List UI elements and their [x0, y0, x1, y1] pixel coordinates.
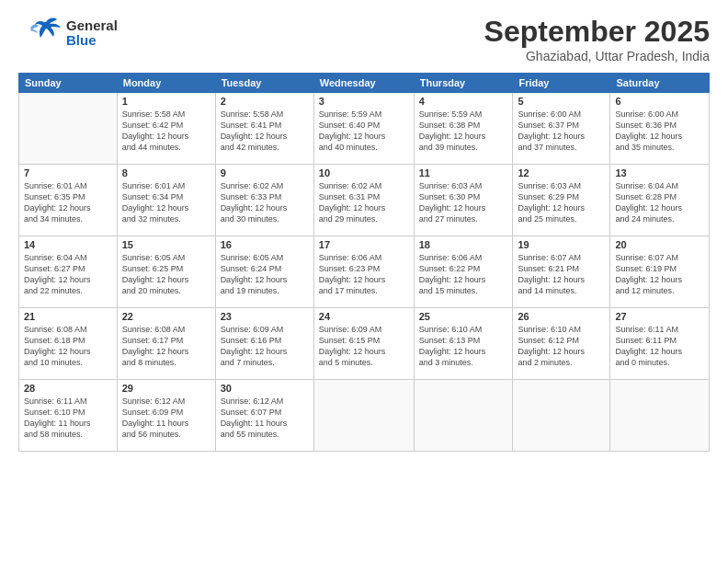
- day-detail: Sunrise: 6:12 AMSunset: 6:09 PMDaylight:…: [122, 396, 210, 441]
- month-title: September 2025: [484, 15, 710, 49]
- day-detail: Sunrise: 6:06 AMSunset: 6:22 PMDaylight:…: [419, 252, 508, 297]
- day-number: 26: [518, 311, 605, 322]
- col-monday: Monday: [117, 74, 215, 93]
- daylight-text: Daylight: 12 hours: [615, 346, 704, 357]
- sunrise-text: Sunrise: 6:00 AM: [518, 109, 605, 120]
- sunrise-text: Sunrise: 6:05 AM: [122, 252, 210, 263]
- day-number: 1: [122, 96, 210, 107]
- daylight-minutes-text: and 39 minutes.: [419, 142, 508, 153]
- calendar-day-cell: 4Sunrise: 5:59 AMSunset: 6:38 PMDaylight…: [414, 93, 513, 165]
- calendar-week-row: 28Sunrise: 6:11 AMSunset: 6:10 PMDayligh…: [19, 380, 710, 452]
- day-detail: Sunrise: 5:59 AMSunset: 6:40 PMDaylight:…: [319, 109, 409, 154]
- calendar-day-cell: 26Sunrise: 6:10 AMSunset: 6:12 PMDayligh…: [513, 308, 610, 380]
- sunset-text: Sunset: 6:34 PM: [122, 191, 210, 202]
- sunrise-text: Sunrise: 5:58 AM: [221, 109, 309, 120]
- day-detail: Sunrise: 5:58 AMSunset: 6:42 PMDaylight:…: [122, 109, 210, 154]
- daylight-minutes-text: and 58 minutes.: [24, 429, 112, 440]
- day-number: 15: [122, 239, 210, 250]
- calendar-day-cell: 20Sunrise: 6:07 AMSunset: 6:19 PMDayligh…: [610, 236, 710, 308]
- day-detail: Sunrise: 6:00 AMSunset: 6:37 PMDaylight:…: [518, 109, 605, 154]
- sunrise-text: Sunrise: 6:11 AM: [24, 396, 112, 407]
- sunset-text: Sunset: 6:35 PM: [24, 191, 112, 202]
- daylight-text: Daylight: 12 hours: [221, 202, 309, 213]
- sunrise-text: Sunrise: 6:11 AM: [615, 324, 704, 335]
- day-number: 2: [221, 96, 309, 107]
- day-detail: Sunrise: 6:07 AMSunset: 6:21 PMDaylight:…: [518, 252, 605, 297]
- sunrise-text: Sunrise: 6:09 AM: [221, 324, 309, 335]
- daylight-minutes-text: and 32 minutes.: [122, 213, 210, 224]
- daylight-text: Daylight: 12 hours: [615, 274, 704, 285]
- sunrise-text: Sunrise: 6:03 AM: [419, 180, 508, 191]
- day-detail: Sunrise: 6:00 AMSunset: 6:36 PMDaylight:…: [615, 109, 704, 154]
- daylight-text: Daylight: 12 hours: [221, 274, 309, 285]
- sunrise-text: Sunrise: 6:03 AM: [518, 180, 605, 191]
- sunset-text: Sunset: 6:42 PM: [122, 120, 210, 131]
- calendar-day-cell: 23Sunrise: 6:09 AMSunset: 6:16 PMDayligh…: [215, 308, 313, 380]
- col-sunday: Sunday: [19, 74, 118, 93]
- col-saturday: Saturday: [610, 74, 710, 93]
- day-number: 7: [24, 167, 112, 178]
- day-number: 3: [319, 96, 409, 107]
- calendar-day-cell: 13Sunrise: 6:04 AMSunset: 6:28 PMDayligh…: [610, 165, 710, 236]
- sunset-text: Sunset: 6:38 PM: [419, 120, 508, 131]
- day-number: 27: [615, 311, 704, 322]
- sunrise-text: Sunrise: 6:02 AM: [319, 180, 409, 191]
- daylight-minutes-text: and 14 minutes.: [518, 285, 605, 296]
- day-detail: Sunrise: 6:12 AMSunset: 6:07 PMDaylight:…: [221, 396, 309, 441]
- calendar-day-cell: 27Sunrise: 6:11 AMSunset: 6:11 PMDayligh…: [610, 308, 710, 380]
- daylight-text: Daylight: 12 hours: [24, 346, 112, 357]
- daylight-minutes-text: and 0 minutes.: [615, 357, 704, 368]
- page: General Blue September 2025 Ghaziabad, U…: [0, 0, 728, 563]
- sunrise-text: Sunrise: 6:07 AM: [615, 252, 704, 263]
- day-number: 11: [419, 167, 508, 178]
- daylight-minutes-text: and 8 minutes.: [122, 357, 210, 368]
- sunset-text: Sunset: 6:11 PM: [615, 335, 704, 346]
- day-detail: Sunrise: 5:58 AMSunset: 6:41 PMDaylight:…: [221, 109, 309, 154]
- sunrise-text: Sunrise: 6:10 AM: [518, 324, 605, 335]
- sunset-text: Sunset: 6:13 PM: [419, 335, 508, 346]
- sunset-text: Sunset: 6:40 PM: [319, 120, 409, 131]
- col-wednesday: Wednesday: [313, 74, 414, 93]
- sunset-text: Sunset: 6:23 PM: [319, 263, 409, 274]
- day-number: 10: [319, 167, 409, 178]
- logo-blue-text: Blue: [66, 33, 118, 49]
- calendar-day-cell: 2Sunrise: 5:58 AMSunset: 6:41 PMDaylight…: [215, 93, 313, 165]
- day-detail: Sunrise: 6:05 AMSunset: 6:25 PMDaylight:…: [122, 252, 210, 297]
- calendar-header-row: Sunday Monday Tuesday Wednesday Thursday…: [19, 74, 710, 93]
- calendar-day-cell: 24Sunrise: 6:09 AMSunset: 6:15 PMDayligh…: [313, 308, 414, 380]
- daylight-text: Daylight: 12 hours: [419, 131, 508, 142]
- calendar-day-cell: 12Sunrise: 6:03 AMSunset: 6:29 PMDayligh…: [513, 165, 610, 236]
- day-number: 19: [518, 239, 605, 250]
- daylight-text: Daylight: 11 hours: [221, 418, 309, 429]
- sunset-text: Sunset: 6:29 PM: [518, 191, 605, 202]
- sunrise-text: Sunrise: 6:12 AM: [221, 396, 309, 407]
- day-detail: Sunrise: 6:05 AMSunset: 6:24 PMDaylight:…: [221, 252, 309, 297]
- calendar-day-cell: [19, 93, 118, 165]
- sunset-text: Sunset: 6:41 PM: [221, 120, 309, 131]
- calendar-day-cell: 1Sunrise: 5:58 AMSunset: 6:42 PMDaylight…: [117, 93, 215, 165]
- logo-general-text: General: [66, 18, 118, 34]
- sunrise-text: Sunrise: 6:02 AM: [221, 180, 309, 191]
- day-number: 24: [319, 311, 409, 322]
- daylight-text: Daylight: 12 hours: [319, 346, 409, 357]
- day-number: 30: [221, 383, 309, 394]
- daylight-minutes-text: and 7 minutes.: [221, 357, 309, 368]
- daylight-text: Daylight: 12 hours: [319, 131, 409, 142]
- calendar-week-row: 7Sunrise: 6:01 AMSunset: 6:35 PMDaylight…: [19, 165, 710, 236]
- sunrise-text: Sunrise: 6:01 AM: [122, 180, 210, 191]
- sunrise-text: Sunrise: 6:05 AM: [221, 252, 309, 263]
- sunrise-text: Sunrise: 6:08 AM: [122, 324, 210, 335]
- daylight-minutes-text: and 19 minutes.: [221, 285, 309, 296]
- daylight-minutes-text: and 37 minutes.: [518, 142, 605, 153]
- daylight-minutes-text: and 10 minutes.: [24, 357, 112, 368]
- daylight-text: Daylight: 12 hours: [419, 346, 508, 357]
- sunrise-text: Sunrise: 5:58 AM: [122, 109, 210, 120]
- day-number: 8: [122, 167, 210, 178]
- daylight-minutes-text: and 35 minutes.: [615, 142, 704, 153]
- day-number: 17: [319, 239, 409, 250]
- day-detail: Sunrise: 6:08 AMSunset: 6:17 PMDaylight:…: [122, 324, 210, 369]
- location: Ghaziabad, Uttar Pradesh, India: [484, 49, 710, 63]
- logo: General Blue: [18, 15, 118, 52]
- col-friday: Friday: [513, 74, 610, 93]
- calendar-day-cell: 7Sunrise: 6:01 AMSunset: 6:35 PMDaylight…: [19, 165, 118, 236]
